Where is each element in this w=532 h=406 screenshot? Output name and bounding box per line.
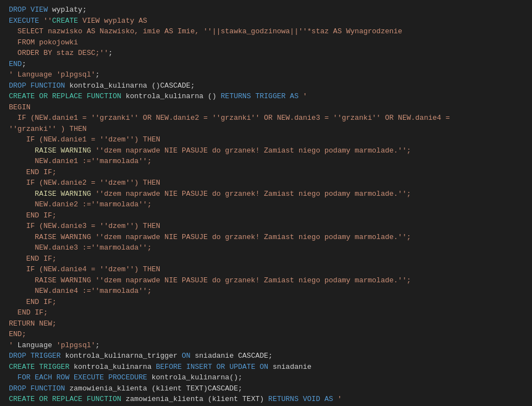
- editor-container[interactable]: DROP VIEW wyplaty; EXECUTE ''CREATE VIEW…: [0, 0, 532, 406]
- code-content: DROP VIEW wyplaty; EXECUTE ''CREATE VIEW…: [0, 0, 532, 406]
